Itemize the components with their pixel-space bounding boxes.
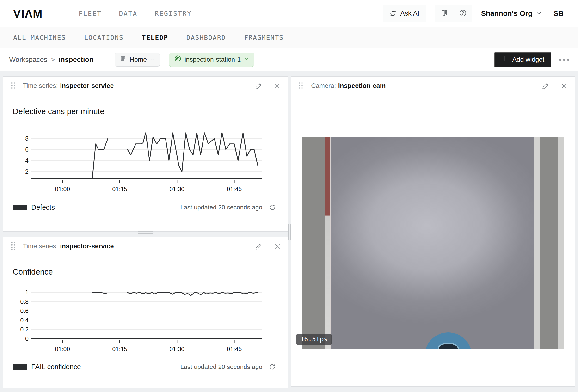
conveyor-belt — [331, 137, 534, 349]
refresh-icon[interactable] — [269, 363, 276, 371]
column-resize-handle[interactable] — [288, 224, 291, 240]
widget-header: Time series: inspector-service — [3, 237, 288, 256]
refresh-icon[interactable] — [269, 204, 276, 211]
svg-text:01:30: 01:30 — [169, 186, 185, 192]
breadcrumb-separator: > — [51, 56, 55, 63]
section-tabs: ALL MACHINES LOCATIONS TELEOP DASHBOARD … — [0, 27, 578, 48]
svg-text:0.2: 0.2 — [20, 326, 29, 333]
ask-ai-label: Ask AI — [400, 10, 419, 17]
tab-locations[interactable]: LOCATIONS — [84, 34, 123, 41]
camera-frame-image — [302, 137, 564, 349]
close-widget-button[interactable] — [560, 82, 568, 90]
camera-widget: Camera: inspection-cam 16.5fps — [291, 76, 575, 387]
workspace-toolbar: Workspaces > inspection Home — [0, 48, 578, 71]
widget-type-label: Camera: — [311, 82, 336, 90]
chart-title: Confidence — [13, 267, 53, 277]
svg-text:01:45: 01:45 — [227, 346, 242, 352]
legend-swatch — [13, 205, 27, 210]
breadcrumb-workspaces-link[interactable]: Workspaces — [9, 56, 47, 64]
machine-selector[interactable]: inspection-station-1 — [169, 53, 254, 67]
building-icon — [120, 55, 126, 64]
add-widget-button[interactable]: Add widget — [494, 52, 551, 67]
fps-badge: 16.5fps — [296, 334, 332, 345]
top-bar: VIΛM FLEET DATA REGISTRY Ask AI — [0, 0, 578, 27]
svg-text:01:30: 01:30 — [169, 346, 185, 352]
svg-text:6: 6 — [25, 146, 29, 153]
machine-name: inspection-station-1 — [185, 56, 241, 63]
chart-legend: FAIL confidence Last updated 20 seconds … — [13, 363, 276, 371]
widget-resource-name: inspector-service — [60, 243, 114, 250]
help-button[interactable] — [454, 5, 472, 22]
edit-widget-button[interactable] — [255, 83, 262, 89]
more-options-button[interactable] — [559, 55, 569, 65]
svg-text:01:15: 01:15 — [112, 186, 127, 192]
divider — [98, 54, 98, 65]
chevron-down-icon — [150, 56, 155, 63]
svg-text:01:00: 01:00 — [55, 186, 70, 192]
svg-text:4: 4 — [25, 157, 29, 164]
book-icon — [440, 9, 448, 18]
location-dropdown[interactable]: Home — [115, 53, 160, 66]
nav-data[interactable]: DATA — [119, 10, 138, 17]
divider — [60, 7, 60, 20]
widget-header: Time series: inspector-service — [3, 77, 288, 95]
widget-resource-name: inspection-cam — [338, 82, 386, 90]
svg-text:01:45: 01:45 — [227, 186, 242, 192]
user-avatar[interactable]: SB — [553, 9, 564, 17]
chart-legend: Defects Last updated 20 seconds ago — [13, 203, 276, 211]
svg-text:1: 1 — [25, 289, 29, 296]
legend-label: FAIL confidence — [31, 363, 81, 371]
camera-stream: 16.5fps — [302, 137, 564, 349]
edit-widget-button[interactable] — [542, 83, 549, 89]
svg-text:0.8: 0.8 — [20, 298, 29, 305]
svg-text:8: 8 — [25, 135, 29, 142]
chart-title: Defective cans per minute — [13, 107, 104, 116]
drag-handle-icon[interactable] — [10, 242, 16, 251]
last-updated-text: Last updated 20 seconds ago — [180, 204, 262, 211]
org-switcher[interactable]: Shannon's Org — [481, 9, 542, 17]
defects-line-chart: 246801:0001:1501:3001:45 — [7, 120, 276, 192]
tab-all-machines[interactable]: ALL MACHINES — [13, 34, 66, 41]
breadcrumb: Workspaces > inspection — [9, 54, 98, 65]
chevron-down-icon — [536, 9, 542, 17]
docs-button[interactable] — [435, 5, 454, 22]
row-resize-handle[interactable] — [138, 231, 153, 236]
viam-logo[interactable]: VIΛM — [13, 7, 43, 20]
org-name: Shannon's Org — [481, 9, 532, 17]
svg-text:2: 2 — [25, 168, 29, 175]
timeseries-widget-defects: Time series: inspector-service Defective… — [3, 76, 288, 232]
help-icon-group — [435, 5, 472, 22]
close-widget-button[interactable] — [274, 82, 281, 90]
widget-resource-name: inspector-service — [60, 82, 114, 90]
svg-text:0: 0 — [25, 335, 29, 342]
tab-teleop[interactable]: TELEOP — [142, 34, 168, 41]
nav-registry[interactable]: REGISTRY — [155, 10, 192, 17]
widget-header: Camera: inspection-cam — [291, 77, 575, 95]
close-widget-button[interactable] — [274, 243, 281, 250]
chevron-down-icon — [244, 56, 249, 63]
timeseries-widget-confidence: Time series: inspector-service Confidenc… — [3, 237, 288, 388]
ai-refresh-icon — [389, 10, 397, 17]
machine-online-icon — [174, 55, 181, 64]
edit-widget-button[interactable] — [255, 243, 262, 250]
svg-text:0.6: 0.6 — [20, 307, 29, 314]
confidence-line-chart: 00.20.40.60.8101:0001:1501:3001:45 — [7, 280, 276, 352]
svg-text:01:15: 01:15 — [112, 346, 127, 352]
tab-fragments[interactable]: FRAGMENTS — [244, 34, 284, 41]
conveyor-red-rail — [325, 137, 330, 349]
drag-handle-icon[interactable] — [299, 81, 304, 91]
add-widget-label: Add widget — [512, 56, 544, 63]
legend-label: Defects — [31, 203, 55, 211]
plus-icon — [501, 55, 509, 64]
svg-text:01:00: 01:00 — [55, 346, 70, 352]
drag-handle-icon[interactable] — [10, 81, 16, 91]
last-updated-text: Last updated 20 seconds ago — [180, 363, 262, 371]
location-label: Home — [130, 56, 147, 63]
legend-swatch — [13, 364, 27, 370]
svg-text:0.4: 0.4 — [20, 317, 29, 324]
nav-fleet[interactable]: FLEET — [79, 10, 102, 17]
tab-dashboard[interactable]: DASHBOARD — [187, 34, 226, 41]
ask-ai-button[interactable]: Ask AI — [383, 5, 426, 22]
workspace-name[interactable]: inspection — [59, 56, 94, 64]
question-mark-icon — [459, 9, 467, 18]
